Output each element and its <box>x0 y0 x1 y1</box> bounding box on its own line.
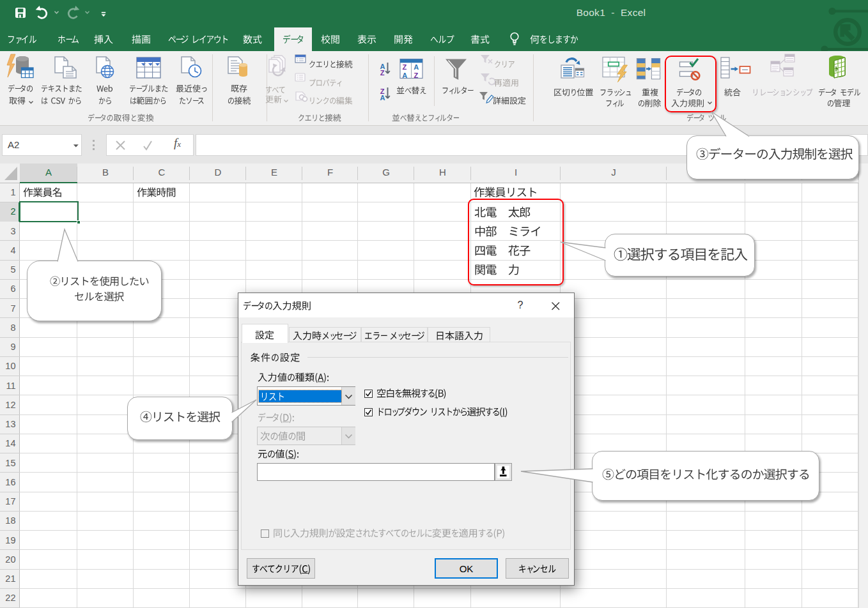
svg-text:A: A <box>380 94 385 102</box>
svg-text:A: A <box>402 72 407 79</box>
svg-text:Z: Z <box>414 72 419 79</box>
svg-text:Z: Z <box>403 63 407 71</box>
svg-text:A: A <box>414 63 419 71</box>
svg-text:Z: Z <box>380 69 385 77</box>
